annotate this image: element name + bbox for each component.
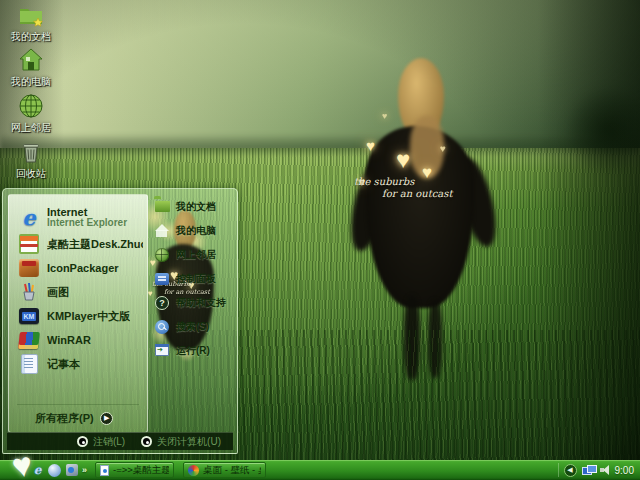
menu-item-my-computer[interactable]: 我的电脑 bbox=[148, 219, 232, 242]
my-computer-icon bbox=[154, 223, 170, 239]
start-menu-footer: 注销(L) 关闭计算机(U) bbox=[7, 432, 233, 450]
tray-divider bbox=[558, 463, 559, 477]
quick-launch-app-icon[interactable] bbox=[66, 464, 78, 476]
zhuoku-app-icon bbox=[19, 234, 39, 254]
menu-item-subtitle: Internet Explorer bbox=[47, 217, 127, 228]
system-tray: 9:00 bbox=[558, 460, 637, 480]
start-menu-body: Internet Internet Explorer 桌酷主题Desk.Zhuo… bbox=[8, 194, 232, 433]
taskbar: » -=>>桌酷主题 - Mic... 桌面 - 壁纸 - 桌酷壁... 9:0… bbox=[0, 460, 640, 480]
volume-tray-icon[interactable] bbox=[600, 465, 610, 475]
menu-item-winrar[interactable]: WinRAR bbox=[15, 328, 143, 352]
network-places-icon bbox=[18, 93, 44, 119]
control-panel-icon bbox=[155, 273, 169, 285]
notepad-icon bbox=[21, 354, 38, 374]
menu-item-run[interactable]: 运行(R) bbox=[148, 339, 232, 362]
all-programs-arrow-icon bbox=[100, 412, 113, 425]
menu-item-title: IconPackager bbox=[47, 262, 119, 274]
desktop-icon-network-places[interactable]: 网上邻居 bbox=[0, 93, 62, 135]
log-off-button[interactable]: 注销(L) bbox=[77, 435, 125, 449]
help-icon bbox=[155, 296, 169, 310]
iconpackager-icon bbox=[19, 259, 39, 277]
menu-item-help-support[interactable]: 帮助和支持 bbox=[148, 291, 232, 314]
menu-item-iconpackager[interactable]: IconPackager bbox=[15, 256, 143, 280]
task-buttons: -=>>桌酷主题 - Mic... 桌面 - 壁纸 - 桌酷壁... bbox=[95, 462, 266, 478]
menu-item-kmplayer[interactable]: KMPlayer中文版 bbox=[15, 304, 143, 328]
network-tray-icon[interactable] bbox=[582, 465, 595, 476]
hide-tray-icons-chevron[interactable] bbox=[564, 464, 577, 477]
menu-item-title: KMPlayer中文版 bbox=[47, 309, 130, 324]
desktop-screen: the suburbs for an outcast 我的文档 我的电脑 网上邻… bbox=[0, 0, 640, 480]
internet-explorer-icon bbox=[18, 206, 40, 228]
browser-icon bbox=[188, 465, 199, 476]
ie-document-icon bbox=[100, 465, 109, 476]
log-off-icon bbox=[77, 436, 88, 447]
menu-item-control-panel[interactable]: 控制面板 bbox=[148, 267, 232, 290]
menu-item-internet[interactable]: Internet Internet Explorer bbox=[15, 202, 143, 232]
quick-launch-overflow-chevron[interactable]: » bbox=[82, 465, 87, 475]
network-places-icon bbox=[155, 248, 169, 262]
menu-item-title: 画图 bbox=[47, 285, 69, 300]
task-button-wallpaper-page[interactable]: 桌面 - 壁纸 - 桌酷壁... bbox=[183, 462, 266, 478]
menu-item-title: 桌酷主题Desk.ZhuoKu.Com bbox=[47, 237, 143, 252]
desktop-icon-label: 网上邻居 bbox=[0, 121, 62, 135]
desktop-icon-label: 我的电脑 bbox=[0, 75, 62, 89]
all-programs-label: 所有程序(P) bbox=[35, 411, 94, 426]
all-programs-button[interactable]: 所有程序(P) bbox=[15, 408, 143, 428]
start-button[interactable] bbox=[6, 452, 58, 480]
taskbar-clock[interactable]: 9:00 bbox=[615, 465, 637, 476]
recycle-bin-icon bbox=[18, 139, 44, 165]
turn-off-computer-button[interactable]: 关闭计算机(U) bbox=[141, 435, 221, 449]
winrar-icon bbox=[18, 332, 40, 349]
my-computer-icon bbox=[18, 47, 44, 73]
menu-item-notepad[interactable]: 记事本 bbox=[15, 352, 143, 376]
run-icon bbox=[155, 345, 169, 356]
desktop-icon-my-documents[interactable]: 我的文档 bbox=[0, 2, 62, 44]
task-button-zhuoku-theme[interactable]: -=>>桌酷主题 - Mic... bbox=[95, 462, 174, 478]
start-menu-places-list: the suburbs for an outcast 我的文档 我的电脑 网上邻… bbox=[148, 194, 232, 433]
start-menu: Internet Internet Explorer 桌酷主题Desk.Zhuo… bbox=[2, 188, 238, 454]
search-icon bbox=[155, 320, 169, 334]
menu-item-search[interactable]: 搜索(S) bbox=[148, 315, 232, 338]
menu-item-title: WinRAR bbox=[47, 334, 91, 346]
menu-item-paint[interactable]: 画图 bbox=[15, 280, 143, 304]
menu-item-zhuoku-theme[interactable]: 桌酷主题Desk.ZhuoKu.Com bbox=[15, 232, 143, 256]
desktop-icon-label: 回收站 bbox=[0, 167, 62, 181]
desktop-icon-my-computer[interactable]: 我的电脑 bbox=[0, 47, 62, 89]
power-icon bbox=[141, 436, 152, 447]
my-documents-icon bbox=[155, 201, 170, 212]
menu-item-my-documents[interactable]: 我的文档 bbox=[148, 195, 232, 218]
desktop-icon-recycle-bin[interactable]: 回收站 bbox=[0, 139, 62, 181]
desktop-icon-label: 我的文档 bbox=[0, 30, 62, 44]
paint-icon bbox=[19, 282, 39, 302]
menu-item-network-places[interactable]: 网上邻居 bbox=[148, 243, 232, 266]
start-menu-pinned-list: Internet Internet Explorer 桌酷主题Desk.Zhuo… bbox=[8, 194, 148, 433]
menu-separator bbox=[17, 404, 139, 405]
my-documents-icon bbox=[18, 2, 44, 28]
kmplayer-icon bbox=[19, 308, 39, 324]
menu-item-title: 记事本 bbox=[47, 357, 80, 372]
menu-spacer bbox=[15, 376, 143, 402]
